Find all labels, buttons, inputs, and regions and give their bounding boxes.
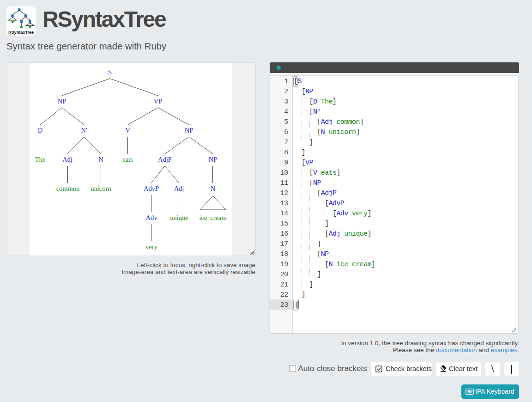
svg-text:AdvP: AdvP (144, 185, 159, 192)
svg-text:Adj: Adj (174, 185, 184, 192)
svg-text:N: N (98, 156, 103, 163)
svg-text:Adv: Adv (146, 214, 158, 221)
svg-text:AdjP: AdjP (158, 156, 172, 163)
svg-text:RSyntaxTree: RSyntaxTree (8, 30, 34, 35)
svg-text:The: The (35, 156, 46, 163)
svg-text:D: D (38, 127, 42, 134)
svg-text:V: V (125, 127, 130, 134)
svg-text:unique: unique (170, 214, 188, 221)
svg-text:VP: VP (154, 97, 163, 105)
svg-text:NP: NP (58, 97, 66, 105)
svg-text:NP: NP (209, 156, 218, 163)
svg-text:very: very (145, 243, 158, 250)
svg-text:N': N' (81, 127, 87, 134)
svg-text:N: N (211, 185, 216, 192)
svg-text:eats: eats (122, 156, 133, 163)
svg-text:ice cream: ice cream (199, 214, 227, 221)
svg-text:S: S (108, 68, 112, 76)
svg-text:unicorn: unicorn (91, 185, 111, 192)
svg-text:Adj: Adj (62, 156, 73, 163)
svg-text:common: common (56, 185, 80, 192)
svg-text:NP: NP (185, 127, 193, 134)
